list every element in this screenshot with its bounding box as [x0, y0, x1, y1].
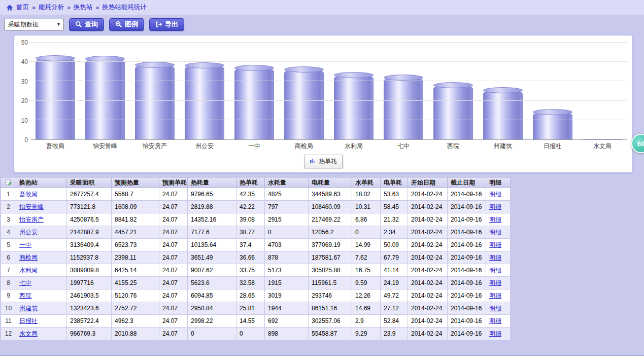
table-cell: 2014-09-16: [448, 277, 486, 289]
chart-bar[interactable]: [433, 84, 473, 139]
table-cell: 33.75: [236, 264, 265, 277]
table-cell: 2915: [265, 213, 309, 226]
station-link[interactable]: 西院: [19, 292, 31, 299]
detail-link[interactable]: 明细: [489, 241, 501, 248]
table-cell: 2014-09-16: [448, 213, 486, 226]
station-link[interactable]: 畜牧局: [19, 191, 38, 198]
detail-link[interactable]: 明细: [489, 254, 501, 261]
table-cell: 3089009.8: [67, 264, 112, 277]
table-cell: 5173: [265, 264, 309, 277]
table-cell: 明细: [486, 315, 511, 328]
detail-link[interactable]: 明细: [489, 317, 501, 324]
table-cell: 4457.21: [112, 226, 159, 239]
station-link[interactable]: 州建筑: [19, 305, 38, 312]
chart-bar[interactable]: [135, 64, 175, 139]
detail-link[interactable]: 明细: [489, 305, 501, 312]
column-header[interactable]: 热单耗: [236, 177, 265, 188]
table-row: 9西院2461903.55120.7624.076094.8528.653019…: [1, 289, 511, 302]
table-cell: 898: [265, 328, 309, 340]
x-axis-label: 水利局: [329, 142, 379, 151]
y-axis-tick: 30: [21, 78, 28, 85]
station-link[interactable]: 一中: [19, 241, 31, 248]
column-header[interactable]: 采暖面积: [67, 177, 112, 188]
export-button[interactable]: 导出: [149, 18, 184, 31]
y-axis-tick: 0: [24, 136, 28, 143]
detail-link[interactable]: 明细: [489, 292, 501, 299]
table-cell: 州建筑: [16, 302, 67, 315]
detail-link[interactable]: 明细: [489, 203, 501, 210]
station-link[interactable]: 日报社: [19, 317, 38, 324]
table-cell: 41.14: [381, 264, 408, 277]
bar-slot: [130, 43, 180, 139]
legend-button[interactable]: 图例: [109, 18, 144, 31]
column-header[interactable]: 电单耗: [381, 177, 408, 188]
table-cell: 24.07: [159, 289, 188, 302]
period-select[interactable]: 采暖期数据 ▼: [4, 19, 64, 30]
table-cell: 2385722.4: [67, 315, 112, 328]
table-cell: 6523.73: [112, 239, 159, 251]
chart-bar[interactable]: [234, 67, 274, 139]
chart-bar[interactable]: [384, 77, 423, 139]
station-link[interactable]: 商检局: [19, 254, 38, 261]
plot-grid: [30, 43, 627, 140]
column-header[interactable]: 水耗量: [265, 177, 309, 188]
floating-badge[interactable]: 60: [631, 134, 644, 153]
x-axis-label: 七中: [379, 142, 428, 151]
station-link[interactable]: 州公安: [19, 229, 38, 236]
column-header[interactable]: 水单耗: [352, 177, 381, 188]
column-header[interactable]: 热耗量: [188, 177, 236, 188]
table-cell: 23.9: [381, 328, 408, 340]
column-header[interactable]: 截止日期: [448, 177, 486, 188]
detail-link[interactable]: 明细: [489, 267, 501, 274]
table-cell: 24.07: [159, 201, 188, 213]
table-cell: 明细: [486, 302, 511, 315]
station-link[interactable]: 怡安誉峰: [19, 203, 44, 210]
x-axis-labels: 畜牧局怡安誉峰怡安房产州公安一中商检局水利局七中西院州建筑日报社水文局: [30, 142, 627, 151]
table-cell: 24.07: [159, 328, 188, 340]
column-header[interactable]: 换热站: [16, 177, 67, 188]
station-link[interactable]: 水文局: [19, 330, 38, 337]
chart-bar[interactable]: [284, 68, 324, 139]
column-header[interactable]: 电耗量: [309, 177, 352, 188]
breadcrumb-heat-station[interactable]: 换热站: [74, 3, 93, 12]
chart-bar[interactable]: [334, 74, 374, 139]
detail-link[interactable]: 明细: [489, 279, 501, 286]
station-link[interactable]: 七中: [19, 279, 31, 286]
breadcrumb-home[interactable]: 首页: [16, 3, 29, 12]
chart-bar[interactable]: [533, 111, 572, 139]
table-cell: 14.55: [236, 315, 265, 328]
table-cell: 25.81: [236, 302, 265, 315]
chart-bar[interactable]: [85, 58, 125, 139]
table-cell: 302557.06: [309, 315, 352, 328]
column-header[interactable]: 预测热量: [112, 177, 159, 188]
row-number: 6: [1, 251, 16, 264]
column-header[interactable]: 预测单耗: [159, 177, 188, 188]
table-cell: 水利局: [16, 264, 67, 277]
column-header[interactable]: 明细: [486, 177, 511, 188]
station-link[interactable]: 水利局: [19, 267, 38, 274]
chart-bar[interactable]: [483, 89, 523, 139]
column-header[interactable]: 开始日期: [408, 177, 448, 188]
table-cell: 明细: [486, 201, 511, 213]
y-axis-tick: 10: [21, 117, 28, 124]
toolbar: 采暖期数据 ▼ 查询 图例 导出: [0, 15, 644, 33]
table-cell: 明细: [486, 264, 511, 277]
table-cell: 日报社: [16, 315, 67, 328]
chart-legend-item[interactable]: 热单耗: [304, 155, 343, 168]
detail-link[interactable]: 明细: [489, 229, 501, 236]
table-cell: 0: [236, 328, 265, 340]
chart-bar[interactable]: [583, 139, 622, 139]
chart-bar[interactable]: [185, 64, 224, 139]
home-icon[interactable]: [6, 4, 13, 11]
breadcrumb-energy-analysis[interactable]: 能耗分析: [39, 3, 64, 12]
gridline: [30, 120, 627, 120]
detail-link[interactable]: 明细: [489, 216, 501, 223]
table-cell: 5568.7: [112, 188, 159, 201]
query-button[interactable]: 查询: [69, 18, 104, 31]
detail-link[interactable]: 明细: [489, 330, 501, 337]
chart-bar[interactable]: [36, 57, 75, 139]
detail-link[interactable]: 明细: [489, 191, 501, 198]
table-cell: 明细: [486, 251, 511, 264]
station-link[interactable]: 怡安房产: [19, 216, 44, 223]
horizontal-scrollbar-track[interactable]: [0, 355, 644, 362]
